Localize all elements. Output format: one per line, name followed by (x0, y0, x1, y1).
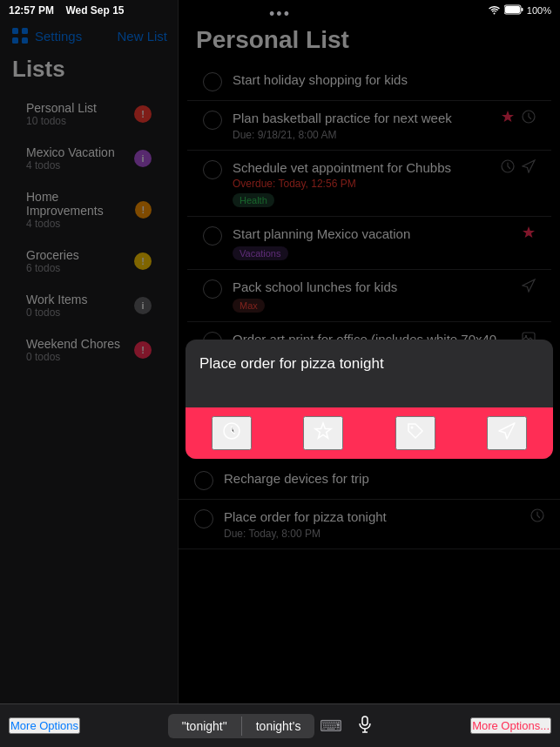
svg-rect-1 (505, 6, 520, 13)
status-bar: 12:57 PM Wed Sep 15 ••• 100% (0, 0, 560, 21)
keyboard-suggestions: "tonight" tonight's (168, 714, 315, 738)
status-right: 100% (488, 4, 551, 17)
more-options-right-button[interactable]: More Options... (470, 717, 551, 734)
time: 12:57 PM (9, 4, 54, 17)
popup-star-button[interactable] (303, 416, 343, 450)
popup-tag-button[interactable] (395, 416, 435, 450)
more-options-left-button[interactable]: More Options (9, 717, 80, 734)
keyboard-mic-icon[interactable] (347, 716, 382, 737)
popup-clock-button[interactable] (212, 416, 252, 450)
svg-rect-21 (362, 717, 368, 725)
svg-rect-2 (521, 8, 523, 11)
popup-title: Place order for pizza tonight (186, 340, 553, 407)
suggestion-tonight[interactable]: "tonight" (168, 714, 241, 738)
suggestion-tonights[interactable]: tonight's (242, 714, 315, 738)
wifi-icon (488, 4, 501, 17)
battery-pct: 100% (527, 5, 551, 16)
device-icon: ⌨ (320, 717, 342, 736)
battery-icon (504, 4, 523, 17)
keyboard-suggestions-area: "tonight" tonight's ⌨ (168, 714, 383, 738)
popup-send-button[interactable] (487, 416, 527, 450)
status-time: 12:57 PM Wed Sep 15 (9, 4, 125, 17)
svg-point-19 (410, 427, 413, 429)
popup-card: Place order for pizza tonight (186, 340, 553, 459)
status-center-dots: ••• (269, 5, 291, 24)
date: Wed Sep 15 (65, 4, 124, 17)
keyboard-bar: More Options "tonight" tonight's ⌨ More … (0, 703, 560, 747)
popup-toolbar (186, 407, 553, 459)
